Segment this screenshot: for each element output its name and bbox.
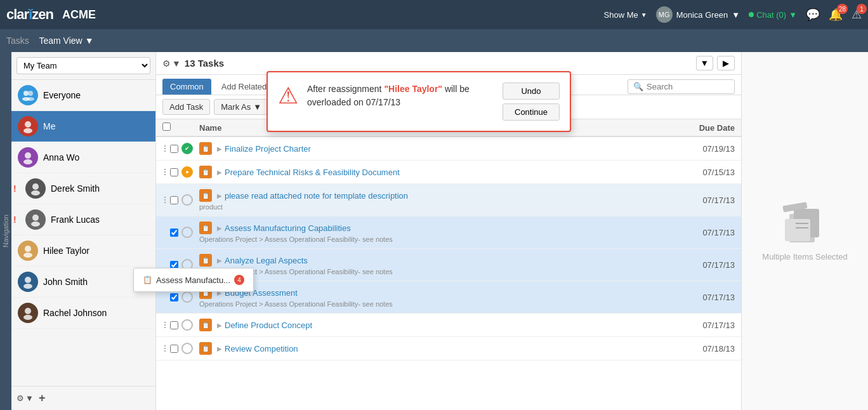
anna-wo-label: Anna Wo xyxy=(43,152,79,162)
row-checkbox[interactable] xyxy=(170,345,178,353)
svg-point-9 xyxy=(31,190,40,195)
sidebar-item-me[interactable]: Me xyxy=(11,111,155,142)
task-name-link[interactable]: Prepare Technical Risks & Feasibility Do… xyxy=(225,168,400,177)
context-menu: 📋 Assess Manufactu... 4 xyxy=(133,268,254,292)
task-due-date: 07/18/13 xyxy=(684,344,735,354)
task-due-date: 07/19/13 xyxy=(684,144,735,154)
show-me-button[interactable]: Show Me ▼ xyxy=(604,10,647,20)
task-name-link[interactable]: Analyze Legal Aspects xyxy=(225,256,308,265)
task-icon: 📋 xyxy=(199,142,212,155)
status-empty-icon xyxy=(181,343,193,354)
exclamation-icon: ! xyxy=(13,215,16,225)
chat-button[interactable]: Chat (0) ▼ xyxy=(749,10,797,20)
alerts-icon-button[interactable]: ⚠ 1 xyxy=(852,8,862,22)
svg-point-13 xyxy=(23,253,32,258)
row-checkbox[interactable] xyxy=(170,321,178,329)
forward-button[interactable]: ▶ xyxy=(717,56,735,70)
mark-as-button[interactable]: Mark As ▼ xyxy=(214,99,268,115)
row-checkbox[interactable] xyxy=(170,168,178,176)
everyone-label: Everyone xyxy=(43,90,81,100)
status-empty-icon xyxy=(181,291,193,303)
svg-point-17 xyxy=(23,315,32,320)
tab-common[interactable]: Common xyxy=(162,79,211,95)
user-menu-button[interactable]: MG Monica Green ▼ xyxy=(656,6,740,23)
undo-button[interactable]: Undo xyxy=(503,83,560,100)
sidebar-item-anna-wo[interactable]: Anna Wo xyxy=(11,142,155,173)
alert-message: After reassignment "Hilee Taylor" will b… xyxy=(307,83,494,109)
context-menu-item[interactable]: 📋 Assess Manufactu... 4 xyxy=(134,271,253,289)
add-task-button[interactable]: Add Task xyxy=(162,99,210,115)
messages-icon-button[interactable]: 💬 xyxy=(806,8,820,22)
chevron-down-icon: ▼ xyxy=(172,58,181,69)
chevron-right-icon: ▶ xyxy=(217,322,222,329)
table-row[interactable]: 📋 ▶ Assess Manufacturing Capabilities Op… xyxy=(156,216,741,249)
row-checkbox[interactable] xyxy=(170,228,178,237)
alert-dialog: ⚠ After reassignment "Hilee Taylor" will… xyxy=(266,71,571,132)
context-badge: 4 xyxy=(234,275,244,285)
top-nav-right: Show Me ▼ MG Monica Green ▼ Chat (0) ▼ 💬… xyxy=(604,6,862,23)
svg-point-12 xyxy=(25,246,31,252)
svg-point-14 xyxy=(25,277,31,283)
chevron-right-icon: ▶ xyxy=(217,145,222,152)
task-name-link[interactable]: Finalize Project Charter xyxy=(225,144,311,154)
search-icon: 🔍 xyxy=(633,82,643,91)
chevron-down-icon: ▼ xyxy=(641,11,647,18)
row-checkbox[interactable] xyxy=(170,196,178,204)
alert-content: After reassignment "Hilee Taylor" will b… xyxy=(307,83,494,109)
me-avatar xyxy=(18,116,38,136)
svg-point-6 xyxy=(25,152,31,159)
table-row[interactable]: ● 📋 ▶ Prepare Technical Risks & Feasibil… xyxy=(156,161,741,184)
task-name-link[interactable]: Define Product Concept xyxy=(225,321,312,330)
chevron-right-icon: ▶ xyxy=(217,257,222,264)
task-name-link[interactable]: Review Competition xyxy=(225,344,298,354)
logo-tilde: ĭ xyxy=(29,6,32,22)
task-due-date: 07/17/13 xyxy=(684,195,735,205)
status-empty-icon xyxy=(181,227,193,238)
continue-button[interactable]: Continue xyxy=(503,103,560,121)
svg-point-0 xyxy=(23,91,29,96)
john-smith-label: John Smith xyxy=(43,277,88,287)
sidebar-item-rachel-johnson[interactable]: Rachel Johnson xyxy=(11,298,155,329)
sidebar-item-everyone[interactable]: Everyone xyxy=(11,80,155,111)
team-view-button[interactable]: Team View ▼ xyxy=(39,36,93,46)
chevron-right-icon: ▶ xyxy=(217,192,222,199)
john-avatar xyxy=(18,272,38,292)
search-input[interactable] xyxy=(647,82,729,91)
exclamation-icon: ! xyxy=(13,183,16,194)
alert-buttons: Undo Continue xyxy=(503,83,560,121)
task-name-link[interactable]: please read attached note for template d… xyxy=(225,191,408,201)
sidebar-item-frank-lucas[interactable]: ! Frank Lucas xyxy=(11,204,155,235)
row-checkbox[interactable] xyxy=(170,293,178,301)
sub-header: Tasks · Team View ▼ xyxy=(0,29,868,52)
toolbar-gear-button[interactable]: ⚙ ▼ xyxy=(162,58,181,69)
sidebar-item-hilee-taylor[interactable]: Hilee Taylor xyxy=(11,235,155,267)
svg-point-15 xyxy=(23,284,32,289)
row-checkbox[interactable] xyxy=(170,145,178,153)
svg-point-7 xyxy=(23,159,32,164)
notifications-icon-button[interactable]: 🔔 28 xyxy=(829,8,843,22)
rachel-johnson-label: Rachel Johnson xyxy=(43,308,107,318)
navigation-strip[interactable]: Navigation xyxy=(0,52,11,410)
members-list: Everyone Me Anna Wo ! xyxy=(11,80,155,386)
sidebar-item-derek-smith[interactable]: ! Derek Smith xyxy=(11,173,155,204)
tab-add-related[interactable]: Add Related xyxy=(214,79,275,95)
table-row[interactable]: 📋 ▶ Review Competition 07/18/13 xyxy=(156,337,741,360)
task-due-date: 07/17/13 xyxy=(684,293,735,302)
table-row[interactable]: ✔ 📋 ▶ Finalize Project Charter 07/19/13 xyxy=(156,137,741,161)
chevron-right-icon: ▶ xyxy=(217,225,222,232)
table-row[interactable]: 📋 ▶ please read attached note for templa… xyxy=(156,184,741,216)
task-icon: 📋 xyxy=(199,189,212,202)
task-sub-label: Operations Project > Assess Operational … xyxy=(199,268,684,275)
select-all-checkbox[interactable] xyxy=(162,122,171,131)
frank-avatar xyxy=(25,209,46,230)
task-name-link[interactable]: Assess Manufacturing Capabilities xyxy=(225,223,351,233)
team-select-dropdown[interactable]: My Team xyxy=(16,57,150,74)
settings-gear-button[interactable]: ⚙ ▼ xyxy=(16,393,34,403)
table-row[interactable]: 📋 ▶ Define Product Concept 07/17/13 xyxy=(156,314,741,337)
logo-area: clarĭzen ACME xyxy=(6,6,96,23)
view-options-button[interactable]: ▼ xyxy=(696,56,713,70)
anna-avatar xyxy=(18,147,38,168)
svg-point-10 xyxy=(32,215,39,221)
add-member-button[interactable]: + xyxy=(39,392,46,405)
task-sub-label: Operations Project > Assess Operational … xyxy=(199,300,684,308)
